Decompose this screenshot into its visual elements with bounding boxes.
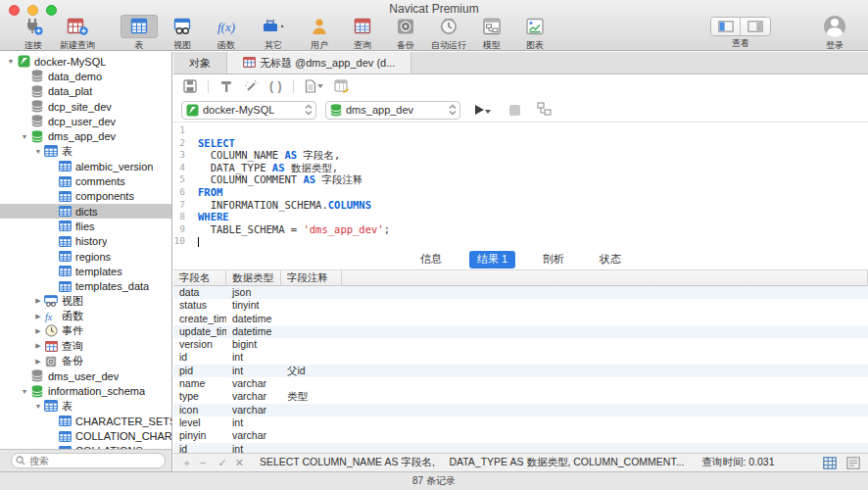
column-header[interactable]: 字段注释 bbox=[281, 270, 342, 285]
apply-changes-button[interactable]: ✓ bbox=[217, 458, 226, 468]
save-button[interactable] bbox=[183, 79, 197, 93]
toolbar-button-9[interactable]: 备份 bbox=[387, 15, 424, 52]
toolbar-button-4[interactable]: 视图 bbox=[164, 15, 201, 52]
grid-cell[interactable]: name bbox=[173, 377, 226, 390]
grid-row[interactable]: versionbigint bbox=[173, 338, 868, 351]
grid-cell[interactable]: id bbox=[173, 443, 226, 453]
toolbar-button-6[interactable]: 其它 bbox=[252, 15, 295, 52]
grid-cell[interactable]: varchar bbox=[226, 404, 281, 416]
tree-expand-arrow-icon[interactable]: ▶ bbox=[33, 327, 43, 335]
toolbar-button-7[interactable]: 用户 bbox=[301, 15, 338, 52]
grid-row[interactable]: iconvarchar bbox=[173, 404, 868, 416]
tree-item[interactable]: ▶fx函数 bbox=[0, 309, 171, 323]
form-view-icon[interactable] bbox=[846, 457, 860, 469]
grid-row[interactable]: idint bbox=[173, 443, 868, 453]
grid-cell[interactable]: 父id bbox=[281, 365, 342, 377]
result-tab-4[interactable]: 状态 bbox=[592, 251, 629, 269]
query-builder-button[interactable] bbox=[219, 79, 233, 93]
login-button[interactable]: 登录 bbox=[816, 15, 853, 52]
tree-expand-arrow-icon[interactable]: ▶ bbox=[33, 342, 43, 350]
grid-cell[interactable] bbox=[281, 338, 342, 351]
grid-cell[interactable]: datetime bbox=[226, 325, 281, 338]
grid-row[interactable]: typevarchar类型 bbox=[173, 390, 868, 403]
toolbar-button-1[interactable]: 连接 bbox=[15, 15, 52, 52]
tree-item[interactable]: ▼docker-MySQL bbox=[0, 54, 171, 69]
tree-item[interactable]: templates bbox=[0, 264, 171, 278]
grid-cell[interactable] bbox=[281, 313, 342, 325]
grid-cell[interactable] bbox=[281, 404, 342, 416]
toolbar-button-10[interactable]: 自动运行 bbox=[430, 15, 467, 52]
beautify-sql-button[interactable] bbox=[244, 79, 259, 93]
grid-row[interactable]: datajson bbox=[173, 286, 868, 299]
tree-expand-arrow-icon[interactable]: ▼ bbox=[33, 148, 43, 155]
tree-item[interactable]: ▶查询 bbox=[0, 339, 171, 354]
search-input[interactable] bbox=[11, 453, 166, 468]
grid-cell[interactable] bbox=[281, 299, 342, 312]
tree-expand-arrow-icon[interactable]: ▶ bbox=[33, 297, 43, 305]
tree-item[interactable]: ▼表 bbox=[0, 399, 171, 414]
grid-row[interactable]: update_timedatetime bbox=[173, 325, 868, 338]
grid-cell[interactable]: update_time bbox=[173, 325, 226, 338]
tree-item[interactable]: dcp_site_dev bbox=[0, 99, 171, 114]
delete-record-button[interactable]: − bbox=[200, 458, 206, 468]
tree-expand-arrow-icon[interactable]: ▼ bbox=[20, 133, 29, 140]
tree-item[interactable]: ▶备份 bbox=[0, 354, 171, 368]
tree-item[interactable]: dms_user_dev bbox=[0, 368, 171, 383]
grid-cell[interactable]: version bbox=[173, 338, 226, 351]
grid-cell[interactable] bbox=[281, 325, 342, 338]
grid-cell[interactable] bbox=[281, 286, 342, 299]
grid-cell[interactable] bbox=[281, 377, 342, 390]
tree-item[interactable]: regions bbox=[0, 249, 171, 264]
code-snippet-button[interactable]: ( ) bbox=[269, 79, 282, 93]
tree-expand-arrow-icon[interactable]: ▼ bbox=[6, 58, 16, 65]
grid-row[interactable]: idint bbox=[173, 351, 868, 364]
grid-cell[interactable]: icon bbox=[173, 404, 226, 416]
tree-item[interactable]: ▼information_schema bbox=[0, 384, 171, 399]
tree-item[interactable]: ▼dms_app_dev bbox=[0, 128, 171, 143]
grid-cell[interactable] bbox=[281, 416, 342, 429]
tree-item[interactable]: ▼表 bbox=[0, 144, 171, 159]
tree-item[interactable]: COLLATION_CHARAC... bbox=[0, 428, 171, 443]
toolbar-button-11[interactable]: 模型 bbox=[473, 15, 510, 52]
toolbar-button-12[interactable]: 图表 bbox=[516, 15, 554, 52]
result-tab-1[interactable]: 信息 bbox=[412, 251, 450, 269]
tree-item[interactable]: templates_data bbox=[0, 278, 171, 293]
grid-cell[interactable]: int bbox=[226, 443, 281, 453]
database-select[interactable]: dms_app_dev bbox=[325, 101, 460, 120]
explain-button[interactable] bbox=[334, 79, 350, 93]
grid-cell[interactable]: 类型 bbox=[281, 390, 342, 403]
grid-row[interactable]: create_timedatetime bbox=[173, 313, 868, 325]
add-record-button[interactable]: ＋ bbox=[181, 458, 192, 468]
connection-select[interactable]: docker-MySQL bbox=[181, 101, 316, 120]
column-header[interactable]: 数据类型 bbox=[226, 270, 281, 285]
grid-row[interactable]: levelint bbox=[173, 416, 868, 429]
toolbar-button-5[interactable]: f(x)函数 bbox=[207, 15, 246, 52]
grid-cell[interactable] bbox=[281, 351, 342, 364]
grid-cell[interactable]: data bbox=[173, 286, 226, 299]
document-tab-1[interactable]: 对象 bbox=[173, 52, 227, 74]
sql-editor[interactable]: 12SELECT3 COLUMN_NAME AS 字段名,4 DATA_TYPE… bbox=[173, 122, 868, 249]
grid-row[interactable]: statustinyint bbox=[173, 299, 868, 312]
grid-cell[interactable]: pid bbox=[173, 365, 226, 377]
tree-expand-arrow-icon[interactable]: ▶ bbox=[33, 358, 43, 366]
grid-cell[interactable]: int bbox=[226, 351, 281, 364]
grid-cell[interactable]: json bbox=[226, 286, 281, 299]
tree-item[interactable]: comments bbox=[0, 173, 171, 188]
tree-item[interactable]: CHARACTER_SETS bbox=[0, 414, 171, 428]
grid-row[interactable]: pinyinvarchar bbox=[173, 429, 868, 442]
tree-item[interactable]: ▶事件 bbox=[0, 323, 171, 338]
toolbar-button-2[interactable]: 新建查询 bbox=[58, 15, 97, 52]
run-query-button[interactable] bbox=[475, 105, 491, 115]
grid-cell[interactable]: int bbox=[226, 416, 281, 429]
export-result-button[interactable] bbox=[305, 79, 323, 93]
tree-item[interactable]: data_demo bbox=[0, 69, 171, 83]
grid-view-icon[interactable] bbox=[823, 457, 837, 469]
tree-item[interactable]: flies bbox=[0, 219, 171, 233]
grid-cell[interactable]: varchar bbox=[226, 390, 281, 403]
grid-cell[interactable]: bigint bbox=[226, 338, 281, 351]
grid-cell[interactable]: type bbox=[173, 390, 226, 403]
result-tab-2[interactable]: 结果 1 bbox=[469, 251, 515, 269]
grid-cell[interactable]: varchar bbox=[226, 429, 281, 442]
tree-item[interactable]: history bbox=[0, 234, 171, 249]
tree-expand-arrow-icon[interactable]: ▶ bbox=[33, 313, 43, 320]
